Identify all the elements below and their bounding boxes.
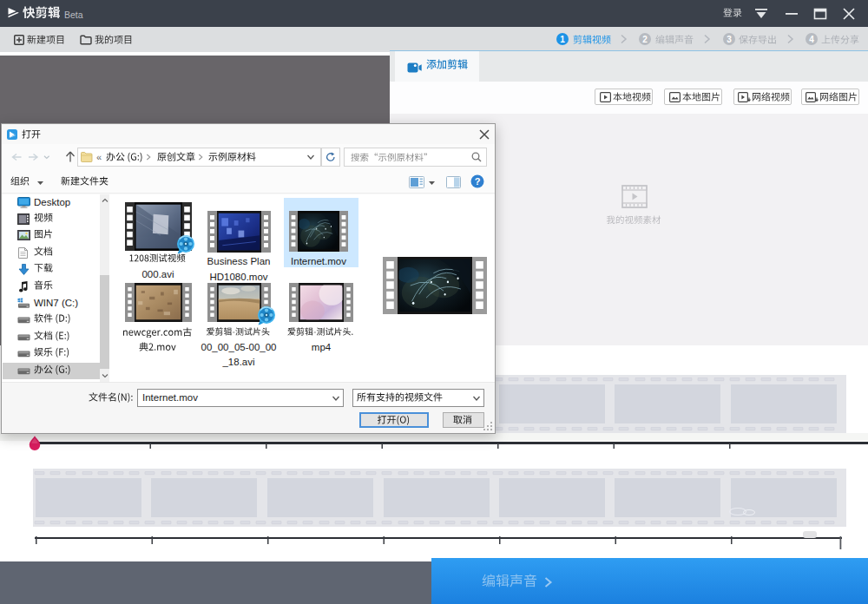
svg-text:?: ? xyxy=(475,176,481,187)
